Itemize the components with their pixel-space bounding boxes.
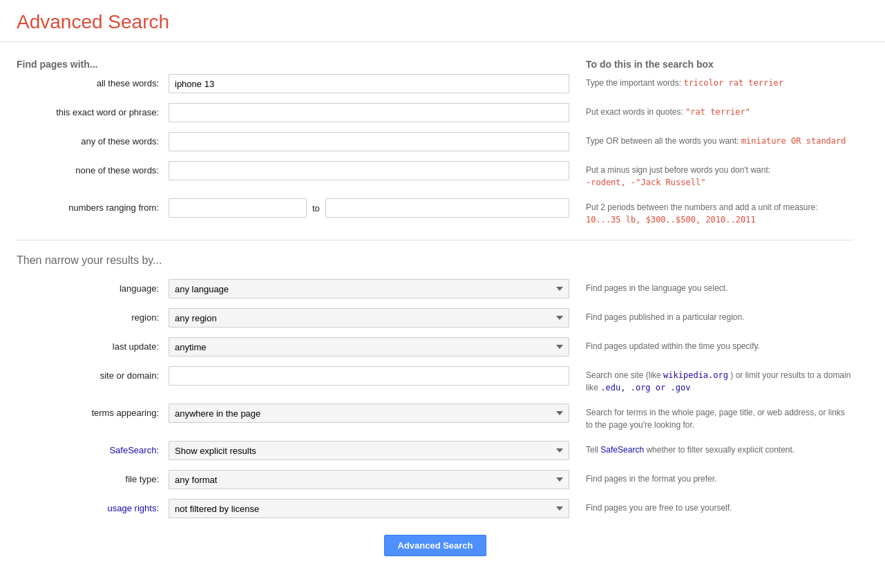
numbers-row: numbers ranging from: to Put 2 periods b… (17, 198, 854, 226)
filetype-info: Find pages in the format you prefer. (569, 470, 854, 485)
region-row: region: any region Find pages published … (17, 308, 854, 328)
site-domain-example: wikipedia.org (663, 370, 728, 380)
none-words-row: none of these words: Put a minus sign ju… (17, 161, 854, 189)
site-domain-label: site or domain: (17, 366, 169, 381)
language-info: Find pages in the language you select. (569, 279, 854, 294)
filetype-label: file type: (17, 470, 169, 484)
site-domain-input[interactable] (169, 366, 569, 386)
numbers-input-wrap: to (169, 198, 569, 218)
none-words-example: -rodent, -"Jack Russell" (586, 178, 705, 187)
none-words-label: none of these words: (17, 161, 169, 176)
none-words-input-wrap (169, 161, 569, 180)
language-label: language: (17, 279, 169, 294)
filetype-select[interactable]: any format (169, 470, 569, 489)
range-to-input[interactable] (325, 198, 569, 218)
terms-info: Search for terms in the whole page, page… (569, 404, 854, 431)
narrow-section-title: Then narrow your results by... (17, 254, 854, 267)
exact-phrase-example: "rat terrier" (685, 107, 750, 117)
safesearch-link: SafeSearch (600, 445, 644, 455)
usage-rights-label: usage rights: (17, 499, 169, 513)
region-select[interactable]: any region (169, 308, 569, 328)
site-domain-info: Search one site (like wikipedia.org ) or… (569, 366, 854, 394)
divider (17, 240, 854, 240)
terms-select-wrap: anywhere in the page (169, 404, 569, 423)
all-words-row: all these words: Type the important word… (17, 74, 854, 93)
page-title: Advanced Search (17, 11, 868, 33)
range-from-input[interactable] (169, 198, 307, 218)
all-words-input[interactable] (169, 74, 569, 93)
language-select[interactable]: any language (169, 279, 569, 298)
usage-rights-info-text: Find pages you are free to use yourself. (586, 503, 732, 513)
exact-phrase-info: Put exact words in quotes: "rat terrier" (569, 103, 854, 118)
usage-rights-select-wrap: not filtered by license (169, 499, 569, 518)
all-words-info-text: Type the important words: (586, 78, 683, 88)
language-row: language: any language Find pages in the… (17, 279, 854, 298)
none-words-info: Put a minus sign just before words you d… (569, 161, 854, 189)
none-words-info-text: Put a minus sign just before words you d… (586, 165, 770, 175)
last-update-info-text: Find pages updated within the time you s… (586, 341, 760, 351)
numbers-example: 10...35 lb, $300..$500, 2010..2011 (586, 215, 756, 225)
last-update-select-wrap: anytime (169, 337, 569, 357)
last-update-row: last update: anytime Find pages updated … (17, 337, 854, 357)
right-header: To do this in the search box (586, 59, 714, 70)
region-info: Find pages published in a particular reg… (569, 308, 854, 323)
button-row: Advanced Search (17, 535, 854, 556)
any-words-row: any of these words: Type OR between all … (17, 132, 854, 151)
exact-phrase-label: this exact word or phrase: (17, 103, 169, 117)
site-domain-info-text1: Search one site (like (586, 370, 663, 380)
safesearch-select[interactable]: Show explicit results (169, 441, 569, 460)
numbers-label: numbers ranging from: (17, 198, 169, 213)
all-words-label: all these words: (17, 74, 169, 88)
last-update-select[interactable]: anytime (169, 337, 569, 357)
last-update-label: last update: (17, 337, 169, 352)
usage-rights-select[interactable]: not filtered by license (169, 499, 569, 518)
safesearch-info-text2: whether to filter sexually explicit cont… (646, 445, 794, 455)
any-words-info-text: Type OR between all the words you want: (586, 136, 741, 146)
all-words-example: tricolor rat terrier (683, 78, 783, 88)
site-domain-input-wrap (169, 366, 569, 386)
exact-phrase-info-text: Put exact words in quotes: (586, 107, 685, 117)
region-label: region: (17, 308, 169, 323)
filetype-select-wrap: any format (169, 470, 569, 489)
safesearch-select-wrap: Show explicit results (169, 441, 569, 460)
to-label: to (312, 203, 320, 214)
terms-label: terms appearing: (17, 404, 169, 418)
safesearch-info-text1: Tell (586, 445, 600, 455)
terms-row: terms appearing: anywhere in the page Se… (17, 404, 854, 431)
last-update-info: Find pages updated within the time you s… (569, 337, 854, 352)
all-words-info: Type the important words: tricolor rat t… (569, 74, 854, 89)
exact-phrase-input-wrap (169, 103, 569, 122)
site-domain-row: site or domain: Search one site (like wi… (17, 366, 854, 394)
language-select-wrap: any language (169, 279, 569, 298)
any-words-input-wrap (169, 132, 569, 151)
range-row: to (169, 198, 569, 218)
region-info-text: Find pages published in a particular reg… (586, 312, 744, 322)
narrow-title-text: Then narrow your results by... (17, 254, 162, 266)
usage-rights-row: usage rights: not filtered by license Fi… (17, 499, 854, 518)
any-words-example: miniature OR standard (741, 136, 846, 146)
safesearch-row: SafeSearch: Show explicit results Tell S… (17, 441, 854, 460)
any-words-input[interactable] (169, 132, 569, 151)
main-content: Find pages with... To do this in the sea… (0, 42, 870, 584)
section-headers: Find pages with... To do this in the sea… (17, 59, 854, 70)
region-select-wrap: any region (169, 308, 569, 328)
safesearch-label: SafeSearch: (17, 441, 169, 455)
numbers-info: Put 2 periods between the numbers and ad… (569, 198, 854, 226)
safesearch-info: Tell SafeSearch whether to filter sexual… (569, 441, 854, 456)
terms-select[interactable]: anywhere in the page (169, 404, 569, 423)
exact-phrase-input[interactable] (169, 103, 569, 122)
page-header: Advanced Search (0, 0, 885, 42)
language-info-text: Find pages in the language you select. (586, 283, 727, 293)
exact-phrase-row: this exact word or phrase: Put exact wor… (17, 103, 854, 122)
any-words-info: Type OR between all the words you want: … (569, 132, 854, 147)
usage-rights-info: Find pages you are free to use yourself. (569, 499, 854, 514)
terms-info-text: Search for terms in the whole page, page… (586, 408, 845, 430)
none-words-input[interactable] (169, 161, 569, 180)
advanced-search-button[interactable]: Advanced Search (384, 535, 486, 556)
numbers-info-text: Put 2 periods between the numbers and ad… (586, 202, 818, 212)
any-words-label: any of these words: (17, 132, 169, 146)
find-section-title: Find pages with... (17, 59, 97, 70)
filetype-row: file type: any format Find pages in the … (17, 470, 854, 489)
filetype-info-text: Find pages in the format you prefer. (586, 474, 716, 484)
all-words-input-wrap (169, 74, 569, 93)
